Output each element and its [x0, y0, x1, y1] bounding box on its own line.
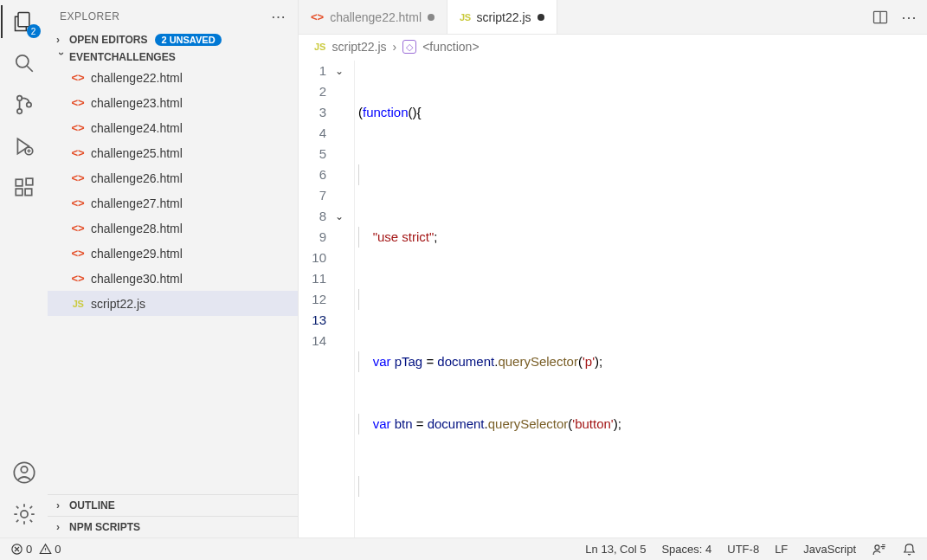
file-name: challenge27.html: [91, 196, 183, 210]
editor-more-icon[interactable]: ⋯: [901, 8, 917, 27]
tabs-bar: <> challenge22.html JS script22.js ⋯: [299, 0, 927, 35]
chevron-right-icon: ›: [56, 499, 67, 512]
js-file-icon: JS: [70, 299, 86, 309]
open-editors-section[interactable]: › OPEN EDITORS 2 UNSAVED: [48, 30, 298, 49]
folder-header[interactable]: › EVENTCHALLENGES: [48, 49, 298, 65]
indentation[interactable]: Spaces: 4: [661, 543, 711, 556]
source-control-icon[interactable]: [11, 92, 37, 118]
chevron-down-icon: ›: [55, 52, 68, 62]
chevron-right-icon: ›: [56, 34, 67, 46]
encoding[interactable]: UTF-8: [727, 543, 759, 556]
file-name: script22.js: [91, 297, 145, 311]
file-name: challenge22.html: [91, 71, 183, 85]
html-file-icon: <>: [70, 272, 86, 285]
html-file-icon: <>: [70, 171, 86, 184]
extensions-icon[interactable]: [11, 175, 37, 201]
explorer-badge: 2: [27, 24, 41, 38]
html-file-icon: <>: [311, 10, 324, 23]
file-item[interactable]: JSscript22.js: [48, 291, 298, 316]
npm-scripts-section[interactable]: › NPM SCRIPTS: [48, 516, 298, 537]
chevron-right-icon: ›: [56, 521, 67, 533]
html-file-icon: <>: [70, 146, 86, 159]
function-symbol-icon: ◇: [402, 40, 416, 54]
html-file-icon: <>: [70, 247, 86, 260]
errors-count[interactable]: 0: [10, 543, 32, 556]
file-item[interactable]: <>challenge27.html: [48, 190, 298, 216]
settings-gear-icon[interactable]: [11, 501, 37, 527]
svg-point-3: [16, 109, 21, 113]
file-item[interactable]: <>challenge24.html: [48, 115, 298, 140]
fold-icon[interactable]: ⌄: [335, 206, 344, 227]
file-item[interactable]: <>challenge26.html: [48, 165, 298, 190]
file-item[interactable]: <>challenge29.html: [48, 241, 298, 266]
open-editors-label: OPEN EDITORS: [69, 34, 147, 46]
code-editor[interactable]: 1⌄ 2 3 4 5 6 7 8⌄ 9 10 11 12 13 14 (func…: [299, 59, 927, 537]
fold-icon[interactable]: ⌄: [335, 61, 344, 81]
status-bar: 0 0 Ln 13, Col 5 Spaces: 4 UTF-8 LF Java…: [0, 537, 927, 560]
npm-label: NPM SCRIPTS: [69, 521, 140, 533]
outline-label: OUTLINE: [69, 499, 115, 512]
html-file-icon: <>: [70, 96, 86, 109]
svg-point-4: [26, 102, 30, 106]
tab-script22[interactable]: JS script22.js: [447, 0, 557, 34]
js-file-icon: JS: [460, 12, 470, 23]
sidebar-title: EXPLORER: [60, 10, 119, 23]
dirty-dot-icon: [538, 14, 544, 21]
dirty-dot-icon: [428, 14, 435, 21]
tab-label: script22.js: [477, 10, 531, 24]
file-name: challenge24.html: [91, 121, 183, 135]
activity-bar: 2: [0, 0, 48, 537]
cursor-position[interactable]: Ln 13, Col 5: [585, 543, 646, 556]
chevron-right-icon: ›: [393, 40, 397, 54]
sidebar-more-icon[interactable]: ⋯: [271, 8, 286, 26]
svg-point-15: [875, 545, 879, 550]
file-item[interactable]: <>challenge23.html: [48, 90, 298, 115]
svg-rect-9: [26, 178, 33, 185]
file-item[interactable]: <>challenge25.html: [48, 140, 298, 165]
feedback-icon[interactable]: [872, 542, 886, 557]
folder-name: EVENTCHALLENGES: [69, 51, 176, 63]
file-item[interactable]: <>challenge22.html: [48, 65, 298, 90]
html-file-icon: <>: [70, 196, 86, 209]
search-icon[interactable]: [11, 50, 37, 76]
split-editor-icon[interactable]: [872, 9, 889, 26]
file-name: challenge29.html: [91, 247, 183, 261]
editor-area: <> challenge22.html JS script22.js ⋯ JS …: [299, 0, 927, 537]
notifications-icon[interactable]: [902, 542, 917, 557]
file-name: challenge28.html: [91, 222, 183, 235]
eol[interactable]: LF: [775, 543, 788, 556]
svg-rect-6: [16, 179, 23, 186]
file-name: challenge30.html: [91, 272, 183, 286]
svg-point-1: [16, 55, 28, 68]
tab-label: challenge22.html: [330, 10, 422, 24]
explorer-icon[interactable]: 2: [11, 9, 37, 35]
file-item[interactable]: <>challenge30.html: [48, 266, 298, 291]
unsaved-badge: 2 UNSAVED: [155, 34, 221, 46]
explorer-sidebar: EXPLORER ⋯ › OPEN EDITORS 2 UNSAVED › EV…: [48, 0, 299, 537]
svg-point-12: [20, 511, 27, 518]
breadcrumb[interactable]: JS script22.js › ◇ <function>: [299, 35, 927, 59]
svg-point-2: [16, 96, 21, 100]
svg-point-11: [21, 467, 27, 473]
run-debug-icon[interactable]: [11, 133, 37, 159]
svg-rect-7: [16, 189, 23, 196]
html-file-icon: <>: [70, 222, 86, 235]
html-file-icon: <>: [70, 71, 86, 84]
breadcrumb-file: script22.js: [332, 40, 386, 54]
warnings-count[interactable]: 0: [39, 543, 61, 556]
file-name: challenge26.html: [91, 171, 183, 185]
html-file-icon: <>: [70, 121, 86, 134]
language-mode[interactable]: JavaScript: [803, 543, 856, 556]
file-item[interactable]: <>challenge28.html: [48, 216, 298, 241]
js-file-icon: JS: [314, 42, 325, 52]
file-list: <>challenge22.html <>challenge23.html <>…: [48, 65, 298, 494]
svg-rect-8: [25, 189, 32, 196]
outline-section[interactable]: › OUTLINE: [48, 494, 298, 516]
tab-challenge22[interactable]: <> challenge22.html: [299, 0, 447, 34]
svg-rect-0: [18, 13, 29, 27]
file-name: challenge23.html: [91, 96, 183, 110]
code-content[interactable]: (function(){​ "use strict"; var pTag = d…: [354, 61, 927, 537]
accounts-icon[interactable]: [11, 460, 37, 486]
breadcrumb-symbol: <function>: [422, 40, 479, 54]
line-gutter: 1⌄ 2 3 4 5 6 7 8⌄ 9 10 11 12 13 14: [299, 61, 354, 537]
